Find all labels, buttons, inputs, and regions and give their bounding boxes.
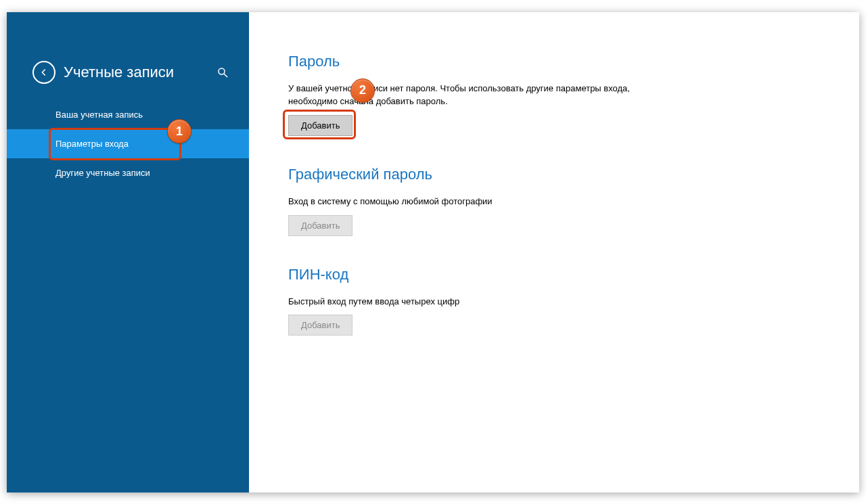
sidebar-nav: Ваша учетная запись Параметры входа 1 Др… (7, 100, 249, 187)
sidebar: Учетные записи Ваша учетная запись Парам… (7, 12, 249, 492)
back-button[interactable] (32, 61, 55, 84)
pin-description: Быстрый вход путем ввода четырех цифр (288, 296, 640, 308)
password-description: У вашей учетной записи нет пароля. Чтобы… (288, 83, 640, 108)
svg-line-1 (224, 74, 227, 77)
password-section: Пароль У вашей учетной записи нет пароля… (288, 53, 832, 136)
picture-password-title: Графический пароль (288, 166, 832, 183)
arrow-left-icon (39, 67, 49, 78)
settings-window: Учетные записи Ваша учетная запись Парам… (7, 12, 859, 492)
picture-password-description: Вход в систему с помощью любимой фотогра… (288, 196, 640, 208)
picture-password-section: Графический пароль Вход в систему с помо… (288, 166, 832, 236)
password-button-wrap: Добавить 2 (288, 115, 352, 136)
sidebar-header: Учетные записи (32, 61, 174, 84)
sidebar-item-label: Параметры входа (55, 139, 129, 149)
annotation-badge-2: 2 (350, 78, 375, 103)
sidebar-item-signin-options[interactable]: Параметры входа 1 (7, 129, 249, 158)
password-title: Пароль (288, 53, 832, 70)
picture-password-add-button: Добавить (288, 215, 352, 236)
content-pane: Пароль У вашей учетной записи нет пароля… (249, 12, 859, 492)
sidebar-item-label: Ваша учетная запись (55, 110, 143, 120)
sidebar-item-other-accounts[interactable]: Другие учетные записи (7, 158, 249, 187)
pin-title: ПИН-код (288, 266, 832, 283)
sidebar-item-label: Другие учетные записи (55, 168, 150, 178)
pin-add-button: Добавить (288, 315, 352, 336)
sidebar-title: Учетные записи (64, 64, 174, 81)
sidebar-item-your-account[interactable]: Ваша учетная запись (7, 100, 249, 129)
pin-section: ПИН-код Быстрый вход путем ввода четырех… (288, 266, 832, 336)
password-add-button[interactable]: Добавить (288, 115, 352, 136)
search-icon[interactable] (216, 66, 229, 81)
svg-point-0 (219, 68, 225, 74)
